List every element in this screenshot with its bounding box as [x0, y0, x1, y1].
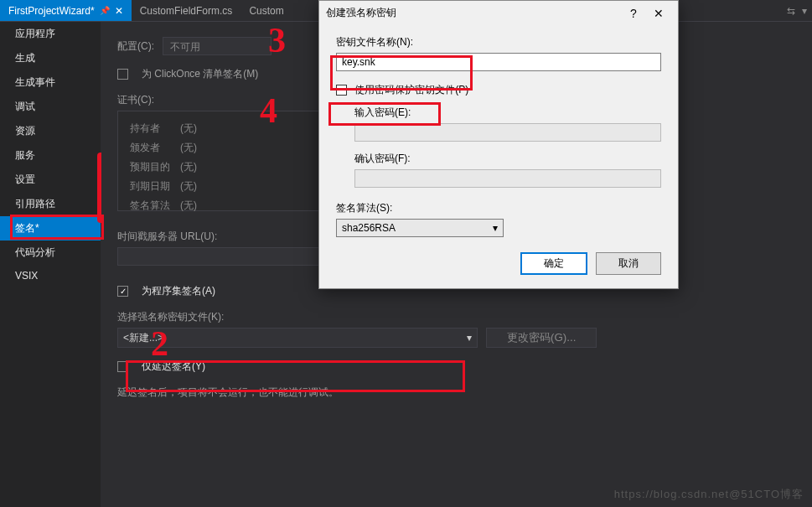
clickonce-sign-label: 为 ClickOnce 清单签名(M): [142, 67, 258, 81]
tab-first-project-wizard[interactable]: FirstProjectWizard* 📌 ✕: [0, 0, 132, 21]
delay-sign-checkbox[interactable]: [117, 361, 128, 372]
tab-label: CustomFieldForm.cs: [140, 5, 233, 17]
sidebar-item-build[interactable]: 生成: [0, 46, 101, 70]
cert-issuer-key: 颁发者: [130, 139, 178, 157]
cert-purpose-val: (无): [180, 158, 205, 176]
project-properties-sidebar: 应用程序 生成 生成事件 调试 资源 服务 设置 引用路径 签名* 代码分析 V…: [0, 22, 101, 507]
dropdown-icon[interactable]: ▾: [802, 5, 807, 17]
sidebar-item-code-analysis[interactable]: 代码分析: [0, 241, 101, 265]
sidebar-item-label: 生成事件: [15, 76, 55, 88]
sidebar-item-application[interactable]: 应用程序: [0, 22, 101, 46]
sidebar-item-reference-paths[interactable]: 引用路径: [0, 192, 101, 216]
sidebar-item-vsix[interactable]: VSIX: [0, 265, 101, 287]
key-file-name-label: 密钥文件名称(N):: [336, 35, 661, 49]
tab-custom-field-form[interactable]: CustomFieldForm.cs: [132, 0, 241, 21]
config-value: 不可用: [170, 41, 200, 53]
tabs-overflow: ⇆ ▾: [787, 0, 812, 21]
delay-sign-hint: 延迟签名后，项目将不会运行，也不能进行调试。: [117, 385, 795, 400]
signature-algorithm-select[interactable]: sha256RSA ▾: [336, 219, 504, 237]
sidebar-item-debug[interactable]: 调试: [0, 95, 101, 119]
sidebar-item-build-events[interactable]: 生成事件: [0, 70, 101, 95]
close-icon[interactable]: ✕: [115, 5, 123, 17]
chevron-down-icon: ▾: [467, 332, 472, 344]
sidebar-item-label: 代码分析: [15, 246, 55, 258]
key-file-select[interactable]: <新建...> ▾: [117, 328, 478, 348]
sidebar-item-label: VSIX: [15, 270, 38, 282]
key-file-value: <新建...>: [123, 331, 163, 345]
help-icon[interactable]: ?: [621, 7, 646, 20]
sidebar-item-label: 调试: [15, 101, 35, 112]
confirm-password-label: 确认密码(F):: [354, 152, 661, 166]
cancel-button[interactable]: 取消: [596, 252, 661, 275]
dialog-title-text: 创建强名称密钥: [326, 6, 396, 20]
pin-icon[interactable]: 📌: [100, 6, 110, 15]
sidebar-item-label: 应用程序: [15, 28, 55, 39]
sidebar-item-label: 生成: [15, 52, 35, 64]
sidebar-item-label: 服务: [15, 149, 35, 161]
signature-algorithm-label: 签名算法(S):: [336, 201, 661, 215]
sign-assembly-label: 为程序集签名(A): [142, 284, 215, 298]
sidebar-item-label: 引用路径: [15, 198, 55, 210]
key-file-name-input[interactable]: [336, 53, 661, 71]
ok-button[interactable]: 确定: [520, 252, 587, 275]
sidebar-item-signing[interactable]: 签名*: [0, 216, 101, 241]
sidebar-item-label: 设置: [15, 173, 35, 185]
confirm-password-input: [354, 169, 661, 188]
sidebar-item-services[interactable]: 服务: [0, 143, 101, 168]
tab-label: FirstProjectWizard*: [8, 5, 95, 17]
overflow-icon[interactable]: ⇆: [787, 5, 795, 17]
cert-expiry-key: 到期日期: [130, 178, 178, 195]
sidebar-item-settings[interactable]: 设置: [0, 168, 101, 192]
cert-purpose-key: 预期目的: [130, 158, 178, 176]
close-icon[interactable]: ✕: [646, 7, 671, 20]
cert-holder-key: 持有者: [130, 120, 178, 137]
protect-with-password-label: 使用密码保护密钥文件(P): [354, 84, 468, 96]
sidebar-item-label: 签名*: [15, 222, 39, 234]
cert-issuer-val: (无): [180, 139, 205, 157]
clickonce-sign-checkbox[interactable]: [117, 69, 128, 80]
enter-password-label: 输入密码(E):: [354, 106, 661, 120]
choose-key-label: 选择强名称密钥文件(K):: [117, 310, 795, 324]
tab-label: Custom: [249, 5, 283, 17]
config-combo: 不可用: [163, 37, 272, 55]
cert-holder-val: (无): [180, 120, 205, 137]
cert-expiry-val: (无): [180, 178, 205, 195]
signature-algorithm-value: sha256RSA: [342, 222, 396, 234]
sidebar-item-resources[interactable]: 资源: [0, 119, 101, 143]
tab-custom[interactable]: Custom: [240, 0, 292, 21]
sidebar-item-label: 资源: [15, 125, 35, 137]
dialog-titlebar: 创建强名称密钥 ? ✕: [319, 1, 678, 25]
protect-with-password-checkbox[interactable]: [336, 85, 347, 96]
create-strong-name-key-dialog: 创建强名称密钥 ? ✕ 密钥文件名称(N): 使用密码保护密钥文件(P) 输入密…: [318, 0, 679, 289]
enter-password-input: [354, 123, 661, 142]
change-password-button: 更改密码(G)...: [486, 328, 597, 348]
sign-assembly-checkbox[interactable]: [117, 286, 128, 297]
chevron-down-icon: ▾: [493, 222, 498, 234]
delay-sign-label: 仅延迟签名(Y): [142, 360, 205, 374]
watermark: https://blog.csdn.net@51CTO博客: [614, 487, 804, 502]
config-label: 配置(C):: [117, 39, 154, 54]
